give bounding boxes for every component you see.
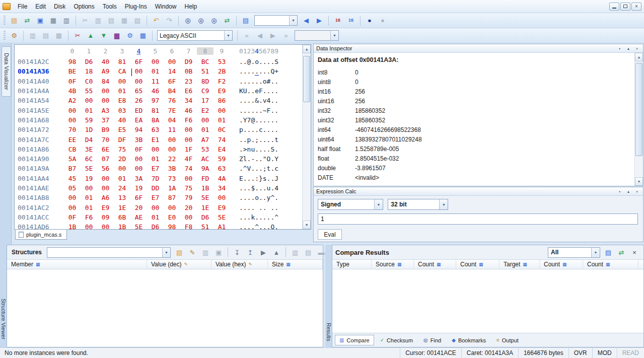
ascii-char[interactable]: . xyxy=(274,116,278,124)
ascii-char[interactable]: . xyxy=(255,78,259,85)
edit-structure-icon[interactable]: ✎ xyxy=(186,247,198,258)
ascii-char[interactable]: F xyxy=(259,87,263,95)
hex-byte[interactable]: 03 xyxy=(114,107,130,114)
hex-byte[interactable]: 40 xyxy=(114,116,130,124)
hex-byte[interactable]: 98 xyxy=(64,58,81,65)
website-icon[interactable]: ● xyxy=(364,15,376,26)
unpin-structure-icon[interactable]: ↥ xyxy=(244,247,256,258)
hex-byte[interactable]: 00 xyxy=(180,126,197,133)
hex-byte[interactable]: 46 xyxy=(147,87,164,95)
ascii-char[interactable]: t xyxy=(274,136,278,144)
ascii-char[interactable]: . xyxy=(247,175,251,182)
ascii-char[interactable]: . xyxy=(247,223,251,229)
menu-item-disk[interactable]: Disk xyxy=(50,1,69,13)
ascii-char[interactable]: k xyxy=(251,213,255,221)
print-icon[interactable]: ▦ xyxy=(47,15,59,26)
ascii-char[interactable]: . xyxy=(243,78,247,85)
ascii-char[interactable]: . xyxy=(255,116,259,124)
ascii-char[interactable]: c xyxy=(274,165,278,172)
structures-column-size[interactable]: Size▦ xyxy=(268,260,323,269)
inspector-scrollbar-thumb[interactable] xyxy=(635,63,642,156)
inspector-scrollbar[interactable]: ▲ ▼ xyxy=(634,53,643,186)
close-button[interactable]: × xyxy=(631,3,641,11)
ascii-char[interactable]: . xyxy=(259,97,263,104)
hex-byte[interactable]: B4 xyxy=(164,87,180,95)
ascii-char[interactable]: ^ xyxy=(243,165,247,172)
hex-byte[interactable]: E8 xyxy=(114,97,130,104)
hex-byte[interactable]: 5E xyxy=(81,165,97,172)
ascii-char[interactable]: . xyxy=(247,78,251,85)
expression-input[interactable] xyxy=(318,213,638,225)
hex-byte[interactable]: 6F xyxy=(130,194,147,201)
hex-byte[interactable]: 51 xyxy=(197,223,213,229)
ascii-char[interactable]: . xyxy=(255,184,259,192)
ascii-char[interactable]: . xyxy=(270,213,274,221)
sign-mode-select[interactable]: Signed ▼ xyxy=(318,199,383,210)
hex-byte[interactable]: 65 xyxy=(130,87,147,95)
copy-member-icon[interactable]: ▥ xyxy=(289,247,301,258)
ascii-char[interactable]: . xyxy=(255,107,259,114)
ascii-char[interactable]: c xyxy=(259,126,263,133)
hex-byte[interactable]: E4 xyxy=(213,146,230,153)
hex-byte[interactable]: 9A xyxy=(197,165,213,172)
hex-byte[interactable]: E0 xyxy=(164,213,180,221)
ascii-char[interactable]: # xyxy=(267,78,271,85)
ascii-char[interactable]: . xyxy=(270,126,274,133)
hex-byte[interactable]: CA xyxy=(114,67,130,75)
hex-byte[interactable]: EA xyxy=(130,116,147,124)
ascii-char[interactable]: . xyxy=(263,204,267,211)
hex-byte[interactable]: 1E xyxy=(114,204,130,211)
scroll-down-icon[interactable]: ▼ xyxy=(635,177,643,186)
hex-byte[interactable]: 4A xyxy=(213,175,230,182)
ascii-char[interactable]: . xyxy=(259,213,263,221)
hex-byte[interactable]: E7 xyxy=(147,194,164,201)
compare-column-type-0[interactable]: Type xyxy=(332,260,372,269)
close-results-icon[interactable]: × xyxy=(628,247,640,258)
hex-byte[interactable]: 6E xyxy=(97,146,114,153)
ascii-char[interactable]: . xyxy=(259,136,263,144)
hex-byte[interactable]: 00 xyxy=(213,194,230,201)
toolbar-grip[interactable] xyxy=(4,16,6,26)
ascii-char[interactable]: . xyxy=(263,58,267,65)
structures-column-valuedec[interactable]: Value (dec)✎ xyxy=(147,260,211,269)
ascii-char[interactable]: . xyxy=(251,107,255,114)
hex-byte[interactable]: 81 xyxy=(114,58,130,65)
ascii-char[interactable]: . xyxy=(243,136,247,144)
hex-byte[interactable]: 53 xyxy=(213,58,230,65)
ascii-char[interactable]: . xyxy=(239,116,243,124)
hex-byte[interactable]: 0B xyxy=(180,67,197,75)
hex-byte[interactable]: 00 xyxy=(130,165,147,172)
previous-instance-icon[interactable]: ◀ xyxy=(254,30,266,41)
save-structure-icon[interactable]: ▣ xyxy=(212,247,225,258)
hex-byte[interactable]: E1 xyxy=(147,136,164,144)
ascii-char[interactable]: . xyxy=(274,107,278,114)
ascii-char[interactable]: . xyxy=(243,184,247,192)
ascii-char[interactable]: . xyxy=(263,223,267,229)
ascii-char[interactable]: . xyxy=(259,67,263,75)
copy-special-icon[interactable]: ▦ xyxy=(118,15,130,26)
ascii-char[interactable]: . xyxy=(259,204,263,211)
ascii-char[interactable]: ; xyxy=(263,165,267,172)
hex-byte[interactable]: ED xyxy=(130,107,147,114)
instance-combo[interactable]: ▼ xyxy=(295,30,339,41)
hex-byte[interactable]: 00 xyxy=(81,97,97,104)
eval-button[interactable]: Eval xyxy=(318,229,342,240)
hex-byte[interactable]: 0F xyxy=(64,213,81,221)
ascii-char[interactable]: ^ xyxy=(274,213,278,221)
hex-byte[interactable]: 84 xyxy=(97,78,114,85)
hex-byte[interactable]: 00 xyxy=(64,107,81,114)
ascii-char[interactable]: . xyxy=(247,204,251,211)
ascii-char[interactable]: . xyxy=(243,97,247,104)
ascii-char[interactable]: . xyxy=(267,58,271,65)
open-structure-icon[interactable]: ▤ xyxy=(173,247,185,258)
ascii-char[interactable]: . xyxy=(247,184,251,192)
compare-column-count-5[interactable]: Count▦ xyxy=(540,260,583,269)
hex-byte[interactable]: 63 xyxy=(147,126,164,133)
hex-byte[interactable]: 19 xyxy=(81,175,97,182)
ascii-char[interactable]: J xyxy=(274,175,278,182)
ascii-char[interactable]: . xyxy=(243,67,247,75)
ascii-char[interactable]: . xyxy=(243,194,247,201)
menu-item-edit[interactable]: Edit xyxy=(31,1,50,13)
hex-byte[interactable]: 01 xyxy=(147,67,164,75)
undo-icon[interactable]: ↶ xyxy=(150,15,162,26)
